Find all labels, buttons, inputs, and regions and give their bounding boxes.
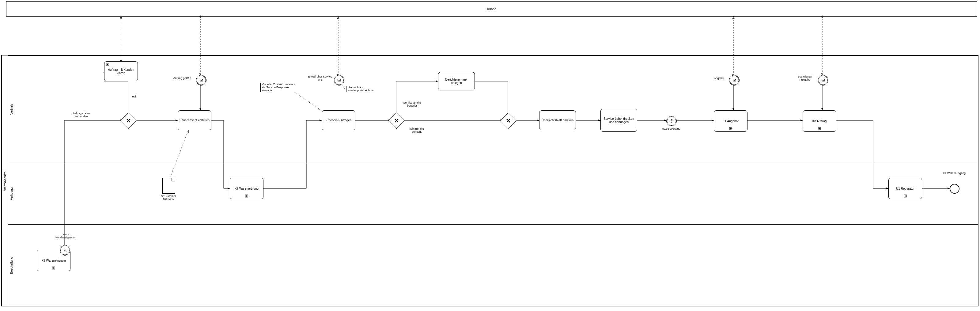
- task-berichtsnummer-anlegen: Berichtsnummer anlegen: [438, 72, 475, 90]
- signal-event-ware-kundeneigentum: [60, 245, 70, 255]
- annot2-text: Nachricht im Kundenportal sichtbar: [348, 86, 375, 92]
- message-event-auftrag-geklaert: [196, 75, 207, 86]
- label-angebot: Angebot: [711, 77, 727, 80]
- lane-fertigung-label: Fertigung: [8, 163, 14, 224]
- label-auftragsdaten-vorhanden: Auftragsdaten vorhanden: [67, 112, 95, 118]
- lane-vertrieb-label: Vertrieb: [8, 56, 14, 163]
- task-uebersichtsblatt-drucken: Übersichtsblatt drucken: [539, 110, 576, 130]
- label-servicebericht-benoetigt: Servicebericht benötigt: [400, 101, 424, 107]
- label-bestellung-freigabe: Bestellung / Freigabe: [794, 75, 816, 81]
- message-event-email-service-we: [334, 75, 344, 86]
- task-se-label: Serviceevent erstellen: [180, 119, 210, 122]
- message-event-angebot: [729, 75, 740, 86]
- label-auftrag-geklaert: Auftrag geklärt: [170, 77, 194, 80]
- end-event-k4-warenausgang: [950, 184, 959, 194]
- task-sl-label: Service-Label drucken und anbringen: [602, 117, 636, 124]
- pool-kunde: Kunde: [6, 1, 977, 16]
- task-auftrag-klaeren: Auftrag mit Kunden klären: [104, 61, 138, 81]
- task-ub-label: Übersichtsblatt drucken: [542, 119, 574, 122]
- lane-beschaffung: Beschaffung: [8, 224, 978, 306]
- annot1-text: Visueller Zustand der Ware als Service-R…: [262, 83, 295, 92]
- label-nein: nein: [130, 95, 139, 98]
- task-u1-reparatur: U1 Reparatur: [888, 178, 922, 199]
- pool-thermo: thermo-control Vertrieb Fertigung Bescha…: [1, 55, 978, 306]
- data-object-se-nummer: [162, 178, 175, 194]
- task-klaeren-label: Auftrag mit Kunden klären: [106, 68, 136, 75]
- task-k1-angebot: K1 Angebot: [714, 110, 748, 132]
- lane-beschaffung-label: Beschaffung: [8, 225, 14, 306]
- task-u1-label: U1 Reparatur: [896, 187, 915, 190]
- label-se-nummer: SE-Nummer 162xxxxx: [156, 195, 181, 201]
- pool-thermo-label: thermo-control: [2, 56, 8, 306]
- label-ware-kundeneigentum: Ware Kundeneigentum: [54, 233, 78, 239]
- annotation-visueller-zustand: Visueller Zustand der Ware als Service-R…: [260, 83, 299, 92]
- lane-fertigung: Fertigung: [8, 163, 978, 224]
- label-max-wertage: max 5 Wertage: [659, 127, 683, 130]
- task-ergebnis-eintragen: Ergebnis Eintragen: [322, 110, 355, 130]
- pool-kunde-label: Kunde: [6, 2, 977, 16]
- task-k7-warenpruefung: K7 Warenprüfung: [230, 178, 264, 199]
- task-k8-label: K8 Auftrag: [813, 120, 827, 123]
- task-serviceevent-erstellen: Serviceevent erstellen: [178, 110, 212, 130]
- annotation-nachricht-kundenportal: Nachricht im Kundenportal sichtbar: [346, 86, 375, 92]
- message-event-bestellung-freigabe: [818, 75, 828, 86]
- task-k1-label: K1 Angebot: [723, 120, 738, 123]
- timer-event-max-wertage: [666, 116, 677, 126]
- bpmn-canvas: Kunde thermo-control Vertrieb Fertigung …: [0, 0, 980, 311]
- task-k8-auftrag: K8 Auftrag: [803, 110, 836, 132]
- label-kein-bericht: kein Bericht benötigt: [404, 127, 429, 133]
- task-service-label-drucken: Service-Label drucken und anbringen: [600, 109, 637, 132]
- task-bnr-label: Berichtsnummer anlegen: [440, 78, 473, 85]
- label-email-service-we: E-Mail über Service WE: [308, 75, 332, 81]
- label-k4-warenausgang: K4 Warenausgang: [942, 172, 967, 175]
- task-k7-label: K7 Warenprüfung: [235, 187, 259, 190]
- task-erg-label: Ergebnis Eintragen: [325, 119, 352, 122]
- task-k3-label: K3 Wareneingang: [41, 259, 66, 262]
